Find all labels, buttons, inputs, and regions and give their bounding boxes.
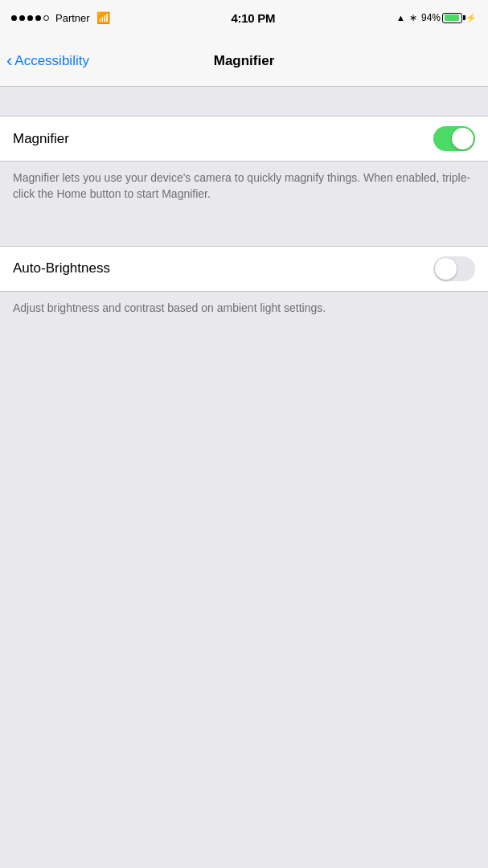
magnifier-toggle[interactable] — [433, 126, 475, 151]
location-icon: ▲ — [396, 13, 405, 23]
status-bar: Partner 📶 4:10 PM ▲ ∗ 94% ⚡ — [0, 0, 488, 35]
auto-brightness-label: Auto-Brightness — [13, 260, 110, 276]
wifi-icon: 📶 — [96, 11, 110, 24]
status-left: Partner 📶 — [11, 11, 110, 24]
carrier-name: Partner — [55, 12, 90, 24]
battery-container: 94% ⚡ — [421, 12, 477, 23]
bluetooth-icon: ∗ — [409, 12, 417, 23]
magnifier-description: Magnifier lets you use your device's cam… — [13, 171, 470, 200]
charging-icon: ⚡ — [465, 13, 477, 23]
top-separator — [0, 87, 488, 116]
magnifier-toggle-thumb — [452, 128, 474, 149]
auto-brightness-description-block: Adjust brightness and contrast based on … — [0, 292, 488, 330]
signal-dots — [11, 15, 49, 21]
signal-dot-1 — [11, 15, 17, 21]
signal-dot-3 — [27, 15, 33, 21]
back-label: Accessibility — [14, 53, 89, 69]
status-right: ▲ ∗ 94% ⚡ — [396, 12, 477, 23]
auto-brightness-toggle[interactable] — [433, 256, 475, 281]
battery-percentage: 94% — [421, 12, 441, 23]
nav-bar: ‹ Accessibility Magnifier — [0, 35, 488, 87]
signal-dot-5 — [43, 15, 49, 21]
battery-fill — [445, 14, 459, 21]
signal-dot-4 — [35, 15, 41, 21]
status-time: 4:10 PM — [232, 11, 276, 25]
bottom-area — [0, 330, 488, 652]
back-button[interactable]: ‹ Accessibility — [6, 52, 89, 70]
magnifier-label: Magnifier — [13, 131, 69, 147]
back-chevron-icon: ‹ — [6, 52, 12, 70]
middle-separator — [0, 217, 488, 246]
magnifier-row: Magnifier — [0, 117, 488, 161]
nav-title: Magnifier — [214, 53, 275, 69]
battery-icon — [442, 13, 462, 23]
signal-dot-2 — [19, 15, 25, 21]
auto-brightness-section: Auto-Brightness — [0, 246, 488, 292]
auto-brightness-row: Auto-Brightness — [0, 247, 488, 291]
magnifier-section: Magnifier — [0, 116, 488, 162]
auto-brightness-description: Adjust brightness and contrast based on … — [13, 301, 326, 314]
magnifier-description-block: Magnifier lets you use your device's cam… — [0, 162, 488, 217]
auto-brightness-toggle-thumb — [435, 258, 457, 280]
